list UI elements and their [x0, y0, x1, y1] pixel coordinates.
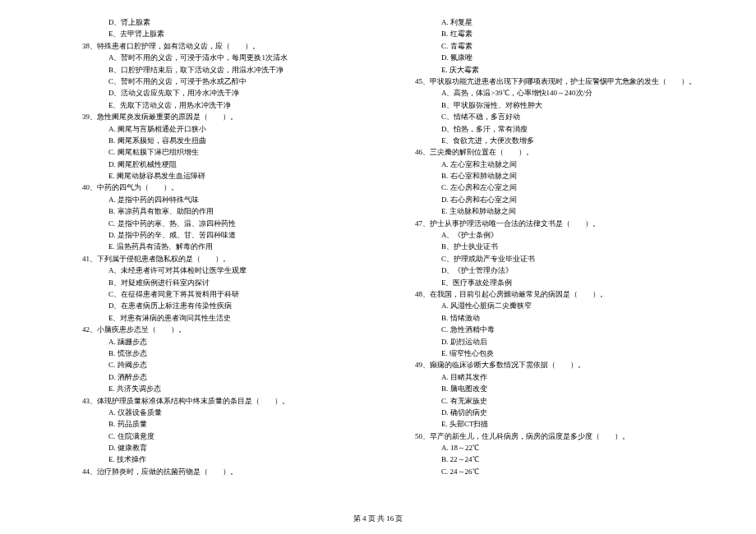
option-line: B、甲状腺弥漫性、对称性肿大 — [415, 99, 707, 111]
option-line: A、《护士条例》 — [415, 229, 707, 241]
option-line: A. 是指中药的四种特殊气味 — [82, 194, 374, 205]
option-line: B. 右心室和肺动脉之间 — [415, 170, 707, 182]
option-line: D. 氟康唑 — [415, 52, 707, 63]
option-line: E、先取下活动义齿，用热水冲洗干净 — [82, 99, 374, 111]
option-line: D. 健康教育 — [82, 442, 374, 453]
option-line: D. 是指中药的辛、咸、甘、苦四种味道 — [82, 229, 374, 241]
option-line: D. 阑尾腔机械性梗阻 — [82, 159, 374, 170]
option-line: C. 有无家族史 — [415, 395, 707, 407]
option-line: B、护士执业证书 — [415, 241, 707, 252]
question-line: 38、特殊患者口腔护理，如有活动义齿，应（ ）。 — [82, 40, 374, 52]
option-line: E. 主动脉和肺动脉之间 — [415, 205, 707, 217]
option-line: A. 利复星 — [415, 16, 707, 28]
question-line: 43、体现护理质量标准体系结构中终末质量的条目是（ ）。 — [82, 395, 374, 407]
question-line: 45、甲状腺功能亢进患者出现下列哪项表现时，护士应警惕甲亢危象的发生（ ）。 — [415, 76, 707, 87]
option-line: C、护理或助产专业毕业证书 — [415, 253, 707, 265]
option-line: D、《护士管理办法》 — [415, 265, 707, 276]
option-line: E. 技术操作 — [82, 453, 374, 465]
page-footer: 第 4 页 共 16 页 — [0, 513, 756, 524]
option-line: B. 阑尾系膜短，容易发生扭曲 — [82, 135, 374, 146]
question-line: 47、护士从事护理活动唯一合法的法律文书是（ ）。 — [415, 218, 707, 229]
option-line: B. 慌张步态 — [82, 348, 374, 359]
question-line: 49、癫痫的临床诊断大多数情况下需依据（ ）。 — [415, 359, 707, 371]
option-line: A. 仪器设备质量 — [82, 407, 374, 418]
option-line: A、高热，体温>39℃，心率增快140～240次/分 — [415, 87, 707, 99]
option-line: E. 头部CT扫描 — [415, 418, 707, 430]
option-line: E、医疗事故处理条例 — [415, 277, 707, 288]
option-line: C、情绪不稳，多言好动 — [415, 111, 707, 122]
option-line: B、对疑难病例进行科室内探讨 — [82, 277, 374, 288]
option-line: E. 缩窄性心包炎 — [415, 348, 707, 359]
content-columns: D、肾上腺素E、去甲肾上腺素38、特殊患者口腔护理，如有活动义齿，应（ ）。A、… — [82, 16, 707, 477]
option-line: A. 目睹其发作 — [415, 371, 707, 383]
option-line: E. 共济失调步态 — [82, 383, 374, 394]
option-line: D. 右心房和右心室之间 — [415, 194, 707, 205]
option-line: D. 酒醉步态 — [82, 371, 374, 383]
option-line: C. 阑尾粘膜下淋巴组织增生 — [82, 146, 374, 158]
question-line: 42、小脑疾患步态呈（ ）。 — [82, 324, 374, 335]
option-line: D、肾上腺素 — [82, 16, 374, 28]
left-column: D、肾上腺素E、去甲肾上腺素38、特殊患者口腔护理，如有活动义齿，应（ ）。A、… — [82, 16, 374, 477]
option-line: B. 情绪激动 — [415, 312, 707, 324]
option-line: B. 脑电图改变 — [415, 383, 707, 394]
option-line: E、对患有淋病的患者询问其性生活史 — [82, 312, 374, 324]
question-line: 50、早产的新生儿，住儿科病房，病房的温度是多少度（ ）。 — [415, 430, 707, 442]
option-line: E. 庆大霉素 — [415, 64, 707, 76]
option-line: E. 温热药具有清热、解毒的作用 — [82, 241, 374, 252]
question-line: 40、中药的四气为（ ）。 — [82, 182, 374, 193]
question-line: 46、三尖瓣的解剖位置在（ ）。 — [415, 146, 707, 158]
option-line: A. 风湿性心脏病二尖瓣狭窄 — [415, 300, 707, 311]
option-line: A. 阑尾与盲肠相通处开口狭小 — [82, 123, 374, 135]
option-line: E、去甲肾上腺素 — [82, 28, 374, 39]
option-line: B. 药品质量 — [82, 418, 374, 430]
option-line: C. 青霉素 — [415, 40, 707, 52]
option-line: B、口腔护理结束后，取下活动义齿，用温水冲洗干净 — [82, 64, 374, 76]
question-line: 48、在我国，目前引起心房颤动最常见的病因是（ ）。 — [415, 288, 707, 300]
option-line: A. 左心室和主动脉之间 — [415, 159, 707, 170]
right-column: A. 利复星B. 红霉素C. 青霉素D. 氟康唑E. 庆大霉素45、甲状腺功能亢… — [415, 16, 707, 477]
option-line: C. 24～26℃ — [415, 466, 707, 477]
option-line: D、活动义齿应先取下，用冷水冲洗干净 — [82, 87, 374, 99]
option-line: D、怕热，多汗，常有消瘦 — [415, 123, 707, 135]
option-line: C. 急性酒精中毒 — [415, 324, 707, 335]
option-line: A、暂时不用的义齿，可浸于清水中，每周更换1次清水 — [82, 52, 374, 63]
question-line: 39、急性阑尾炎发病最重要的原因是（ ）。 — [82, 111, 374, 122]
option-line: E. 阑尾动脉容易发生血运障碍 — [82, 170, 374, 182]
option-line: C. 左心房和左心室之间 — [415, 182, 707, 193]
option-line: C. 跨阈步态 — [82, 359, 374, 371]
option-line: A、未经患者许可对其体检时让医学生观摩 — [82, 265, 374, 276]
option-line: B. 22～24℃ — [415, 453, 707, 465]
option-line: B. 寒凉药具有散寒、助阳的作用 — [82, 205, 374, 217]
option-line: C、暂时不用的义齿，可浸于热水或乙醇中 — [82, 76, 374, 87]
question-line: 44、治疗肺炎时，应做的抗菌药物是（ ）。 — [82, 466, 374, 477]
option-line: D、在患者病历上标注患有传染性疾病 — [82, 300, 374, 311]
option-line: C. 是指中药的寒、热、温、凉四种药性 — [82, 218, 374, 229]
option-line: D. 确切的病史 — [415, 407, 707, 418]
option-line: C、在征得患者同意下将其资料用于科研 — [82, 288, 374, 300]
option-line: C. 住院满意度 — [82, 430, 374, 442]
option-line: E、食欲亢进，大便次数增多 — [415, 135, 707, 146]
option-line: A. 18～22℃ — [415, 442, 707, 453]
option-line: D. 剧烈运动后 — [415, 336, 707, 348]
option-line: B. 红霉素 — [415, 28, 707, 39]
question-line: 41、下列属于侵犯患者隐私权的是（ ）。 — [82, 253, 374, 265]
option-line: A. 蹒跚步态 — [82, 336, 374, 348]
